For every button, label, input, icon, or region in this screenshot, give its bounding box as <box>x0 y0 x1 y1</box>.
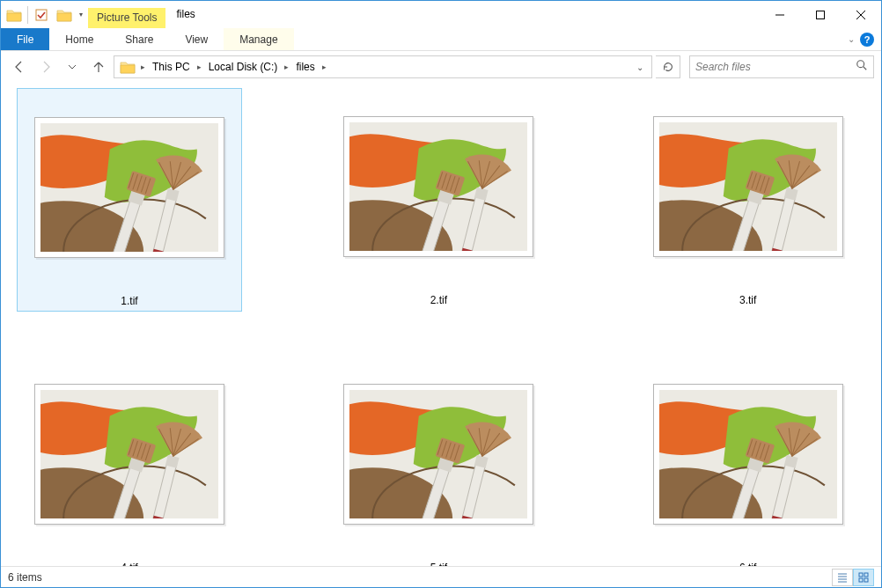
file-item[interactable]: 5.tif <box>326 356 551 566</box>
expand-ribbon-icon[interactable]: ⌄ <box>848 34 855 44</box>
svg-point-24 <box>857 61 864 68</box>
search-input[interactable] <box>695 61 856 73</box>
window-controls <box>760 1 881 28</box>
breadcrumb-this-pc[interactable]: This PC <box>147 56 195 77</box>
contextual-tab-area: Picture Tools <box>88 1 165 28</box>
svg-rect-30 <box>859 573 863 577</box>
file-thumbnail <box>653 116 843 257</box>
qat-new-folder-icon[interactable] <box>54 4 75 26</box>
file-item[interactable]: 3.tif <box>636 88 861 312</box>
refresh-button[interactable] <box>656 55 680 78</box>
tab-file[interactable]: File <box>1 28 49 50</box>
chevron-right-icon[interactable]: ▸ <box>283 62 290 71</box>
file-item[interactable]: 6.tif <box>636 356 861 566</box>
breadcrumb-local-disk[interactable]: Local Disk (C:) <box>203 56 283 77</box>
back-button[interactable] <box>8 55 31 78</box>
file-name-label: 1.tif <box>121 295 137 307</box>
maximize-button[interactable] <box>800 1 841 28</box>
address-folder-icon <box>120 60 136 74</box>
view-switcher <box>832 569 874 586</box>
status-item-count: 6 items <box>8 571 42 584</box>
file-name-label: 3.tif <box>739 294 756 306</box>
recent-locations-button[interactable] <box>61 55 84 78</box>
svg-rect-33 <box>864 578 868 582</box>
contextual-tab-picture-tools[interactable]: Picture Tools <box>88 8 165 28</box>
details-view-button[interactable] <box>832 569 853 586</box>
file-thumbnail <box>343 116 533 257</box>
tab-manage[interactable]: Manage <box>224 28 293 50</box>
title-bar: ▾ Picture Tools files <box>1 1 881 28</box>
svg-line-25 <box>864 67 867 70</box>
close-button[interactable] <box>841 1 881 28</box>
qat-divider <box>27 6 28 24</box>
qat-folder-icon[interactable] <box>4 4 25 26</box>
file-item[interactable]: 1.tif <box>17 88 242 312</box>
file-view[interactable]: 1.tif2.tif3.tif4.tif5.tif6.tif <box>1 83 881 566</box>
svg-rect-32 <box>859 578 863 582</box>
breadcrumb-files[interactable]: files <box>290 56 320 77</box>
qat-properties-icon[interactable] <box>31 4 52 26</box>
tab-home[interactable]: Home <box>49 28 109 50</box>
status-bar: 6 items <box>1 566 881 587</box>
svg-rect-19 <box>36 10 47 20</box>
address-history-icon[interactable]: ⌄ <box>630 62 650 72</box>
file-item[interactable]: 2.tif <box>326 88 551 312</box>
ribbon-tabs: File Home Share View Manage ⌄ ? <box>1 28 881 51</box>
navigation-bar: ▸ This PC ▸ Local Disk (C:) ▸ files ▸ ⌄ <box>1 51 881 83</box>
minimize-button[interactable] <box>760 1 800 28</box>
file-name-label: 2.tif <box>430 294 447 306</box>
forward-button <box>34 55 57 78</box>
tab-view[interactable]: View <box>169 28 224 50</box>
window-title: files <box>165 1 205 28</box>
tab-share[interactable]: Share <box>109 28 169 50</box>
file-thumbnail <box>34 117 224 258</box>
file-thumbnail <box>34 384 224 525</box>
thumbnails-view-button[interactable] <box>853 569 874 586</box>
search-box[interactable] <box>689 55 874 78</box>
chevron-right-icon[interactable]: ▸ <box>139 62 147 71</box>
search-icon[interactable] <box>856 59 868 75</box>
help-icon[interactable]: ? <box>860 33 874 47</box>
quick-access-toolbar: ▾ <box>1 1 88 28</box>
qat-customize-icon[interactable]: ▾ <box>76 11 86 18</box>
address-bar[interactable]: ▸ This PC ▸ Local Disk (C:) ▸ files ▸ ⌄ <box>114 55 652 78</box>
up-button[interactable] <box>87 55 110 78</box>
chevron-right-icon[interactable]: ▸ <box>195 62 203 71</box>
chevron-right-icon[interactable]: ▸ <box>320 62 328 71</box>
file-thumbnail <box>653 384 843 525</box>
file-item[interactable]: 4.tif <box>17 356 242 566</box>
svg-rect-31 <box>864 573 868 577</box>
file-thumbnail <box>343 384 533 525</box>
svg-rect-21 <box>817 11 825 18</box>
